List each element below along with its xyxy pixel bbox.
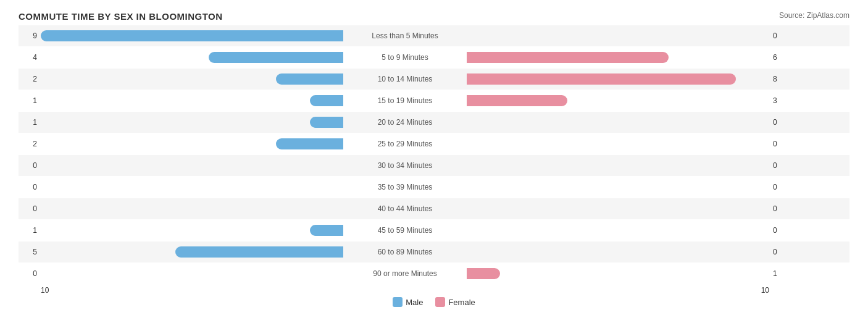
chart-row: 1 15 to 19 Minutes 3 [19, 90, 849, 111]
male-bar-area [41, 203, 343, 214]
female-color-box [435, 297, 445, 307]
male-value: 2 [19, 140, 41, 148]
male-value: 1 [19, 226, 41, 235]
female-label: Female [448, 298, 475, 307]
female-value: 3 [769, 96, 791, 105]
male-bar [276, 138, 343, 149]
male-bar [310, 117, 343, 128]
female-value: 0 [769, 161, 791, 170]
male-value: 1 [19, 118, 41, 127]
female-value: 1 [769, 269, 791, 278]
legend-female: Female [435, 297, 475, 307]
female-bar-area [467, 138, 769, 149]
female-value: 0 [769, 140, 791, 148]
male-value: 0 [19, 183, 41, 191]
female-value: 0 [769, 226, 791, 235]
male-bar [209, 52, 343, 63]
row-label: Less than 5 Minutes [343, 31, 467, 40]
chart-row: 0 35 to 39 Minutes 0 [19, 177, 849, 198]
row-label: 30 to 34 Minutes [343, 161, 467, 170]
male-bar [310, 225, 343, 236]
female-bar [467, 268, 500, 279]
row-label: 35 to 39 Minutes [343, 183, 467, 191]
male-bar [175, 246, 343, 258]
chart-title: COMMUTE TIME BY SEX IN BLOOMINGTON [19, 11, 849, 22]
female-bar-area [467, 95, 769, 106]
chart-row: 1 45 to 59 Minutes 0 [19, 220, 849, 241]
female-bar-area [467, 52, 769, 63]
female-value: 0 [769, 183, 791, 191]
row-label: 60 to 89 Minutes [343, 248, 467, 256]
female-bar [467, 95, 567, 106]
female-value: 0 [769, 31, 791, 40]
chart-row: 0 40 to 44 Minutes 0 [19, 198, 849, 219]
male-bar-area [41, 138, 343, 149]
female-value: 0 [769, 204, 791, 213]
male-bar [276, 73, 343, 85]
female-bar-area [467, 203, 769, 214]
male-value: 2 [19, 75, 41, 83]
chart-row: 9 Less than 5 Minutes 0 [19, 25, 849, 46]
male-label: Male [406, 298, 423, 307]
chart-row: 2 10 to 14 Minutes 8 [19, 69, 849, 90]
male-bar [310, 95, 343, 106]
male-value: 0 [19, 269, 41, 278]
male-bar-area [41, 182, 343, 193]
male-color-box [393, 297, 403, 307]
male-value: 0 [19, 161, 41, 170]
chart-row: 1 20 to 24 Minutes 0 [19, 112, 849, 133]
male-value: 0 [19, 204, 41, 213]
female-bar [467, 73, 736, 85]
male-bar-area [41, 160, 343, 171]
legend: Male Female [19, 297, 849, 307]
chart-row: 5 60 to 89 Minutes 0 [19, 241, 849, 262]
female-bar-area [467, 225, 769, 236]
chart-container: COMMUTE TIME BY SEX IN BLOOMINGTON Sourc… [0, 0, 868, 323]
male-value: 4 [19, 53, 41, 62]
female-value: 0 [769, 248, 791, 256]
row-label: 20 to 24 Minutes [343, 118, 467, 127]
male-bar-area [41, 95, 343, 106]
male-value: 5 [19, 248, 41, 256]
row-label: 45 to 59 Minutes [343, 226, 467, 235]
chart-row: 4 5 to 9 Minutes 6 [19, 47, 849, 68]
chart-row: 0 30 to 34 Minutes 0 [19, 155, 849, 176]
male-bar-area [41, 30, 343, 41]
row-label: 25 to 29 Minutes [343, 140, 467, 148]
row-label: 90 or more Minutes [343, 269, 467, 278]
chart-row: 2 25 to 29 Minutes 0 [19, 133, 849, 154]
axis-labels: 10 10 [19, 286, 849, 295]
axis-right-val: 10 [467, 286, 769, 295]
male-value: 9 [19, 31, 41, 40]
row-label: 5 to 9 Minutes [343, 53, 467, 62]
female-bar-area [467, 268, 769, 279]
female-value: 6 [769, 53, 791, 62]
female-value: 0 [769, 118, 791, 127]
male-bar [41, 30, 343, 41]
legend-male: Male [393, 297, 423, 307]
female-bar-area [467, 30, 769, 41]
female-bar-area [467, 117, 769, 128]
male-bar-area [41, 117, 343, 128]
source-text: Source: ZipAtlas.com [779, 11, 849, 20]
female-bar-area [467, 160, 769, 171]
male-bar-area [41, 246, 343, 258]
female-bar-area [467, 182, 769, 193]
female-bar-area [467, 73, 769, 85]
chart-row: 0 90 or more Minutes 1 [19, 263, 849, 284]
male-bar-area [41, 268, 343, 279]
row-label: 10 to 14 Minutes [343, 75, 467, 83]
row-label: 15 to 19 Minutes [343, 96, 467, 105]
axis-left-label: 10 [41, 286, 343, 295]
male-bar-area [41, 225, 343, 236]
female-bar [467, 52, 669, 63]
female-value: 8 [769, 75, 791, 83]
male-bar-area [41, 52, 343, 63]
female-bar-area [467, 246, 769, 258]
male-bar-area [41, 73, 343, 85]
male-value: 1 [19, 96, 41, 105]
row-label: 40 to 44 Minutes [343, 204, 467, 213]
chart-area: 9 Less than 5 Minutes 0 4 5 to 9 Minutes… [19, 25, 849, 285]
